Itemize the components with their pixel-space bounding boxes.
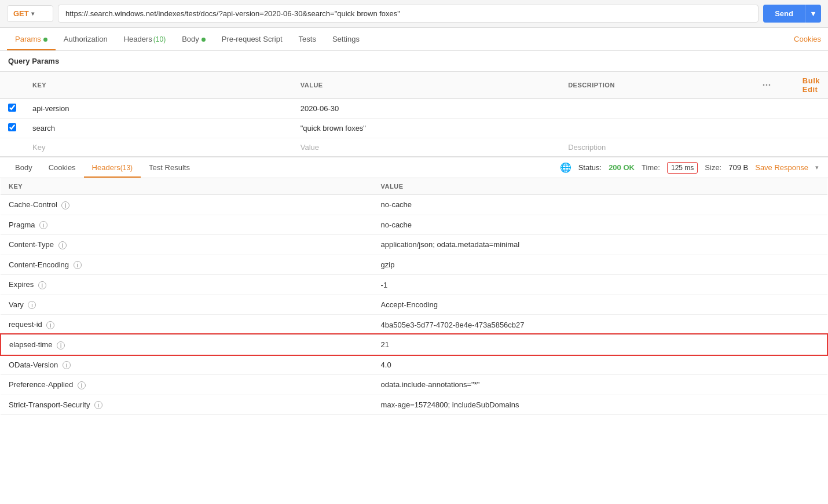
request-tabs: Params Authorization Headers(10) Body Pr… <box>0 28 828 51</box>
resp-tab-cookies[interactable]: Cookies <box>41 157 84 178</box>
header-value-3: gzip <box>373 255 827 275</box>
header-row-5: Vary i Accept-Encoding <box>1 295 827 315</box>
more-options-icon[interactable]: ··· <box>763 80 771 90</box>
info-icon-5[interactable]: i <box>28 301 36 309</box>
query-params-title: Query Params <box>0 51 828 71</box>
resp-tab-body[interactable]: Body <box>7 157 41 178</box>
param-desc-2[interactable] <box>560 119 754 138</box>
info-icon-10[interactable]: i <box>94 401 102 409</box>
header-row-1: Pragma i no-cache <box>1 215 827 235</box>
send-button[interactable]: Send ▾ <box>763 5 821 23</box>
tab-headers[interactable]: Headers(10) <box>116 28 174 50</box>
header-key-8: OData-Version i <box>1 355 373 375</box>
header-key-3: Content-Encoding i <box>1 255 373 275</box>
param-key-1[interactable]: api-version <box>24 99 292 119</box>
header-value-11: Thu, 04 Mar 2021 00:43:30 GMT <box>373 415 827 421</box>
status-value: 200 OK <box>609 163 635 172</box>
header-row-8: OData-Version i 4.0 <box>1 355 827 375</box>
header-value-4: -1 <box>373 275 827 295</box>
th-actions: ··· <box>754 72 794 99</box>
header-key-9: Preference-Applied i <box>1 375 373 395</box>
size-value: 709 B <box>728 163 748 172</box>
save-response-button[interactable]: Save Response <box>755 163 808 172</box>
header-row-4: Expires i -1 <box>1 275 827 295</box>
response-headers-table: KEY VALUE Cache-Control i no-cache Pragm… <box>0 178 828 421</box>
header-row-2: Content-Type i application/json; odata.m… <box>1 235 827 255</box>
header-value-1: no-cache <box>373 215 827 235</box>
param-desc-1[interactable] <box>560 99 754 119</box>
param-row-2: search "quick brown foxes" <box>0 119 828 138</box>
header-row-10: Strict-Transport-Security i max-age=1572… <box>1 395 827 415</box>
params-dot <box>43 38 47 42</box>
param-value-1[interactable]: 2020-06-30 <box>292 99 560 119</box>
header-row-3: Content-Encoding i gzip <box>1 255 827 275</box>
query-params-table: KEY VALUE DESCRIPTION ··· Bulk Edit api-… <box>0 71 828 156</box>
send-label: Send <box>763 5 805 23</box>
tab-params[interactable]: Params <box>7 28 56 50</box>
body-dot <box>201 38 206 42</box>
param-checkbox-2[interactable] <box>8 123 16 131</box>
method-label: GET <box>13 9 29 18</box>
tab-body[interactable]: Body <box>174 28 214 50</box>
header-key-2: Content-Type i <box>1 235 373 255</box>
th-description: DESCRIPTION <box>560 72 754 99</box>
save-response-arrow[interactable]: ▾ <box>815 164 819 171</box>
response-headers-container: KEY VALUE Cache-Control i no-cache Pragm… <box>0 178 828 421</box>
info-icon-1[interactable]: i <box>39 221 47 229</box>
header-key-11: Date i <box>1 415 373 421</box>
param-desc-placeholder[interactable]: Description <box>560 138 754 157</box>
info-icon-9[interactable]: i <box>78 381 86 389</box>
info-icon-8[interactable]: i <box>63 361 71 369</box>
time-label: Time: <box>642 163 660 172</box>
header-value-8: 4.0 <box>373 355 827 375</box>
param-checkbox-1[interactable] <box>8 104 16 112</box>
send-arrow-icon[interactable]: ▾ <box>805 5 821 23</box>
header-row-7: elapsed-time i 21 <box>1 334 827 355</box>
info-icon-7[interactable]: i <box>57 341 65 350</box>
header-value-7: 21 <box>373 334 827 355</box>
response-tabs: Body Cookies Headers(13) Test Results 🌐 … <box>0 156 828 178</box>
param-row-1: api-version 2020-06-30 <box>0 99 828 119</box>
time-value: 125 ms <box>667 162 698 174</box>
header-key-6: request-id i <box>1 315 373 335</box>
url-input[interactable] <box>58 5 759 23</box>
th-key: KEY <box>24 72 292 99</box>
header-value-10: max-age=15724800; includeSubDomains <box>373 395 827 415</box>
info-icon-0[interactable]: i <box>61 201 69 209</box>
info-icon-3[interactable]: i <box>74 261 82 269</box>
th-value: VALUE <box>292 72 560 99</box>
header-value-6: 4ba505e3-5d77-4702-8e4e-473a5856cb27 <box>373 315 827 335</box>
header-key-7: elapsed-time i <box>1 334 373 355</box>
status-label: Status: <box>578 163 602 172</box>
param-value-placeholder[interactable]: Value <box>292 138 560 157</box>
header-key-5: Vary i <box>1 295 373 315</box>
header-row-0: Cache-Control i no-cache <box>1 195 827 215</box>
param-key-2[interactable]: search <box>24 119 292 138</box>
param-key-placeholder[interactable]: Key <box>24 138 292 157</box>
tab-authorization[interactable]: Authorization <box>56 28 116 50</box>
info-icon-4[interactable]: i <box>38 281 46 289</box>
header-value-9: odata.include-annotations="*" <box>373 375 827 395</box>
header-value-2: application/json; odata.metadata=minimal <box>373 235 827 255</box>
info-icon-6[interactable]: i <box>46 321 54 329</box>
header-key-4: Expires i <box>1 275 373 295</box>
tab-tests[interactable]: Tests <box>291 28 324 50</box>
method-dropdown[interactable]: GET ▾ <box>7 5 53 22</box>
resp-tab-testresults[interactable]: Test Results <box>141 157 198 178</box>
url-bar: GET ▾ Send ▾ <box>0 0 828 28</box>
resp-th-value: VALUE <box>373 178 827 195</box>
cookies-link[interactable]: Cookies <box>794 28 821 50</box>
header-key-0: Cache-Control i <box>1 195 373 215</box>
header-row-6: request-id i 4ba505e3-5d77-4702-8e4e-473… <box>1 315 827 335</box>
resp-tab-headers[interactable]: Headers(13) <box>84 157 141 178</box>
param-value-2[interactable]: "quick brown foxes" <box>292 119 560 138</box>
tab-prerequest[interactable]: Pre-request Script <box>214 28 291 50</box>
response-meta: 🌐 Status: 200 OK Time: 125 ms Size: 709 … <box>560 162 821 174</box>
globe-icon: 🌐 <box>560 162 571 173</box>
info-icon-2[interactable]: i <box>58 241 67 249</box>
param-row-placeholder: Key Value Description <box>0 138 828 157</box>
th-bulk-edit[interactable]: Bulk Edit <box>794 72 828 99</box>
chevron-down-icon: ▾ <box>31 10 34 17</box>
header-key-1: Pragma i <box>1 215 373 235</box>
tab-settings[interactable]: Settings <box>324 28 368 50</box>
